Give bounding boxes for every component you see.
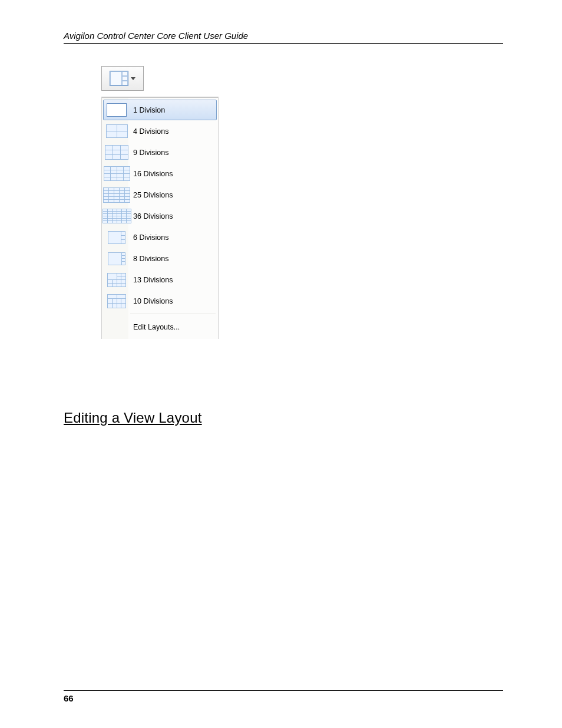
layout-dropdown-menu: 1 Division4 Divisions9 Divisions16 Divis… xyxy=(101,97,219,339)
layout-1-division[interactable]: 1 Division xyxy=(103,100,217,120)
layout-8-divisions[interactable]: 8 Divisions xyxy=(103,248,217,269)
layout-grid-icon xyxy=(104,294,130,308)
page-header-title: Avigilon Control Center Core Client User… xyxy=(64,31,503,43)
layout-6-divisions[interactable]: 6 Divisions xyxy=(103,227,217,248)
menu-item-label: 4 Divisions xyxy=(130,127,168,136)
header-divider xyxy=(64,43,503,44)
layout-button-icon xyxy=(110,71,128,86)
layout-13-divisions[interactable]: 13 Divisions xyxy=(103,269,217,290)
layout-grid-icon xyxy=(104,103,130,117)
chevron-down-icon xyxy=(131,77,135,80)
menu-item-label: 16 Divisions xyxy=(130,170,173,178)
document-page: Avigilon Control Center Core Client User… xyxy=(0,0,562,728)
section-heading: Editing a View Layout xyxy=(64,410,503,426)
layout-16-divisions[interactable]: 16 Divisions xyxy=(103,163,217,184)
menu-item-label: 36 Divisions xyxy=(130,212,173,220)
layout-grid-icon xyxy=(104,209,130,223)
menu-item-label: 1 Division xyxy=(130,106,165,114)
menu-separator xyxy=(102,312,218,315)
footer-divider xyxy=(64,690,503,691)
layout-grid-icon xyxy=(104,145,130,160)
layout-grid-icon xyxy=(104,252,130,265)
menu-item-label: Edit Layouts... xyxy=(130,323,180,331)
layout-36-divisions[interactable]: 36 Divisions xyxy=(103,206,217,226)
layout-grid-icon xyxy=(104,124,130,138)
menu-item-label: 25 Divisions xyxy=(130,191,173,199)
page-number: 66 xyxy=(64,693,503,703)
edit-layouts-menu-item[interactable]: Edit Layouts... xyxy=(103,317,217,337)
layout-grid-icon xyxy=(104,273,130,287)
layout-4-divisions[interactable]: 4 Divisions xyxy=(103,121,217,141)
layout-25-divisions[interactable]: 25 Divisions xyxy=(103,185,217,205)
menu-item-label: 13 Divisions xyxy=(130,276,173,284)
layout-grid-icon xyxy=(104,166,130,181)
figure-dropdown-screenshot: 1 Division4 Divisions9 Divisions16 Divis… xyxy=(101,66,503,339)
menu-item-label: 8 Divisions xyxy=(130,255,168,263)
menu-item-label: 9 Divisions xyxy=(130,149,168,157)
menu-item-label: 10 Divisions xyxy=(130,297,173,305)
layout-10-divisions[interactable]: 10 Divisions xyxy=(103,291,217,311)
layout-grid-icon xyxy=(104,231,130,244)
layout-9-divisions[interactable]: 9 Divisions xyxy=(103,142,217,163)
layout-grid-icon xyxy=(104,187,130,203)
page-footer: 66 xyxy=(64,690,503,703)
menu-item-label: 6 Divisions xyxy=(130,233,168,242)
layout-dropdown-button[interactable] xyxy=(101,66,144,91)
